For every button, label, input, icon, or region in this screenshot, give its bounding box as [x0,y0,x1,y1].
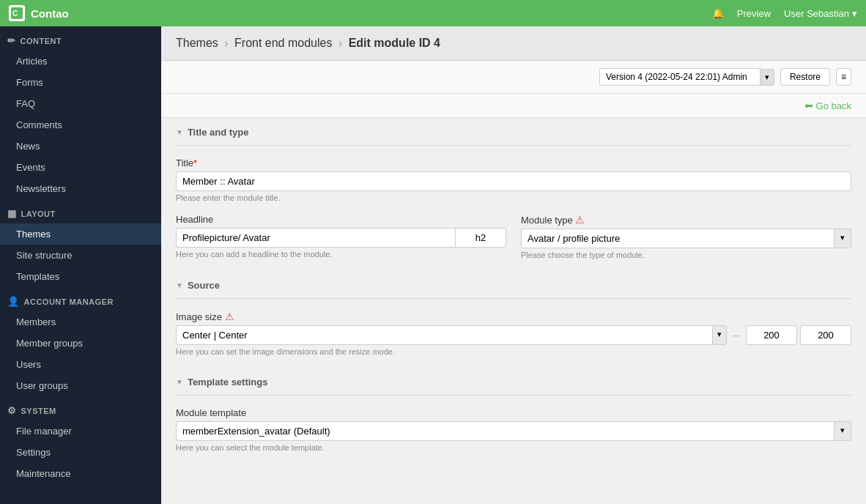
headline-input[interactable] [176,228,455,248]
image-size-warning-icon: ⚠ [225,311,234,322]
sidebar-section-content-label: CONTENT [21,37,62,45]
module-template-field-row: Module template memberExtension_avatar (… [176,407,851,452]
sidebar-item-news[interactable]: News [0,136,161,157]
content-section-icon: ✏ [7,35,16,46]
sidebar-section-system: ⚙ SYSTEM [0,396,161,420]
title-label: Title* [176,158,851,168]
sidebar-item-members[interactable]: Members [0,311,161,333]
module-template-hint: Here you can select the module template. [176,443,851,452]
svg-text:C: C [12,10,18,18]
form-content: ▼ Title and type Title* Please enter the… [161,118,866,478]
sidebar-item-settings[interactable]: Settings [0,442,161,463]
diff-icon-button[interactable]: ≡ [836,68,851,86]
restore-button[interactable]: Restore [780,68,830,86]
section-template-settings[interactable]: ▼ Template settings [176,368,851,396]
sidebar-item-forms[interactable]: Forms [0,72,161,93]
title-field-row: Title* Please enter the module title. [176,158,851,202]
section-source[interactable]: ▼ Source [176,271,851,299]
section-title-and-type[interactable]: ▼ Title and type [176,118,851,146]
sidebar-item-faq[interactable]: FAQ [0,93,161,114]
topbar-logo: C [9,5,25,21]
sidebar-section-account-label: ACCOUNT MANAGER [24,297,114,306]
module-type-warning-icon: ⚠ [575,214,585,226]
sidebar-item-comments[interactable]: Comments [0,114,161,136]
image-size-height-input[interactable] [800,325,851,345]
module-type-arrow-icon[interactable]: ▾ [834,229,851,248]
account-section-icon: 👤 [7,296,20,307]
sidebar-item-templates[interactable]: Templates [0,266,161,287]
version-select[interactable]: Version 4 (2022-05-24 22:01) Admin [599,68,760,86]
template-select-row: memberExtension_avatar (Default) ▾ [176,421,851,441]
breadcrumb-front-end-modules[interactable]: Front end modules [234,37,332,49]
sidebar-section-layout: ▦ LAYOUT [0,199,161,223]
content-area: Themes › Front end modules › Edit module… [161,26,866,504]
module-type-select-row: Avatar / profile picture ▾ [521,229,851,248]
module-template-select[interactable]: memberExtension_avatar (Default) [176,421,834,441]
bell-icon[interactable]: 🔔 [712,8,724,19]
template-select-arrow-icon[interactable]: ▾ [834,421,851,441]
headline-tag-select[interactable]: h2 [455,228,506,248]
title-input[interactable] [176,171,851,191]
sidebar-section-content: ✏ CONTENT [0,26,161,51]
sidebar-item-events[interactable]: Events [0,157,161,178]
sidebar-item-articles[interactable]: Articles [0,51,161,72]
user-menu[interactable]: User Sebastian ▾ [784,8,857,19]
image-size-select-arrow-icon[interactable]: ▾ [712,326,726,344]
system-section-icon: ⚙ [7,405,17,416]
topbar: C Contao 🔔 Preview User Sebastian ▾ [0,0,866,26]
preview-link[interactable]: Preview [737,8,771,19]
headline-hint: Here you can add a headline to the modul… [176,250,506,259]
toolbar: Version 4 (2022-05-24 22:01) Admin ▾ Res… [161,61,866,94]
sidebar-item-member-groups[interactable]: Member groups [0,333,161,354]
breadcrumb-current: Edit module ID 4 [349,37,440,49]
sidebar-item-file-manager[interactable]: File manager [0,420,161,442]
sidebar-item-users[interactable]: Users [0,354,161,375]
module-type-hint: Please choose the type of module. [521,251,851,259]
image-size-link-icon: ↔ [730,330,743,341]
main-layout: ✏ CONTENT Articles Forms FAQ Comments Ne… [0,26,866,504]
go-back-arrow-icon: ⬅ [804,100,813,111]
section-title-label: Title and type [188,127,249,138]
breadcrumb-sep-2: › [338,37,346,49]
sidebar-item-maintenance[interactable]: Maintenance [0,463,161,484]
template-section-label: Template settings [188,377,268,388]
page-header: Themes › Front end modules › Edit module… [161,26,866,61]
headline-col: Headline h2 Here you can add a headline … [176,214,506,271]
headline-field-row: Headline h2 Here you can add a headline … [176,214,506,259]
sidebar-item-site-structure[interactable]: Site structure [0,245,161,266]
topbar-brand: Contao [31,7,69,20]
go-back-link[interactable]: ⬅ Go back [804,100,851,111]
module-type-col: Module type ⚠ Avatar / profile picture ▾… [521,214,851,271]
module-type-select[interactable]: Avatar / profile picture [521,229,834,248]
topbar-left: C Contao [9,5,69,21]
title-hint: Please enter the module title. [176,193,851,202]
sidebar: ✏ CONTENT Articles Forms FAQ Comments Ne… [0,26,161,504]
module-template-label: Module template [176,407,851,418]
source-section-toggle-icon: ▼ [176,281,183,289]
version-select-wrap: Version 4 (2022-05-24 22:01) Admin ▾ [599,68,774,86]
headline-module-type-row: Headline h2 Here you can add a headline … [176,214,851,271]
source-section-label: Source [188,280,220,291]
image-size-field-row: Image size ⚠ Center | Center ▾ ↔ [176,311,851,356]
template-section-toggle-icon: ▼ [176,378,183,386]
sidebar-item-themes[interactable]: Themes [0,223,161,245]
image-size-num-wrap: ↔ [730,325,851,345]
sidebar-item-newsletters[interactable]: Newsletters [0,178,161,199]
sidebar-section-account: 👤 ACCOUNT MANAGER [0,287,161,311]
sidebar-item-user-groups[interactable]: User groups [0,375,161,396]
user-chevron-icon: ▾ [852,8,857,19]
breadcrumb-themes[interactable]: Themes [176,37,218,49]
topbar-right: 🔔 Preview User Sebastian ▾ [712,8,857,19]
image-size-select[interactable]: Center | Center [177,326,712,344]
headline-label: Headline [176,214,506,225]
sidebar-section-layout-label: LAYOUT [21,210,56,218]
breadcrumb-sep-1: › [224,37,232,49]
image-size-select-wrap: Center | Center ▾ [176,325,727,345]
go-back-bar: ⬅ Go back [161,94,866,118]
image-size-width-input[interactable] [746,325,797,345]
image-size-row: Center | Center ▾ ↔ [176,325,851,345]
breadcrumb: Themes › Front end modules › Edit module… [176,37,440,50]
version-select-arrow-icon[interactable]: ▾ [760,69,774,86]
image-size-label: Image size ⚠ [176,311,851,322]
module-type-field-row: Module type ⚠ Avatar / profile picture ▾… [521,214,851,259]
